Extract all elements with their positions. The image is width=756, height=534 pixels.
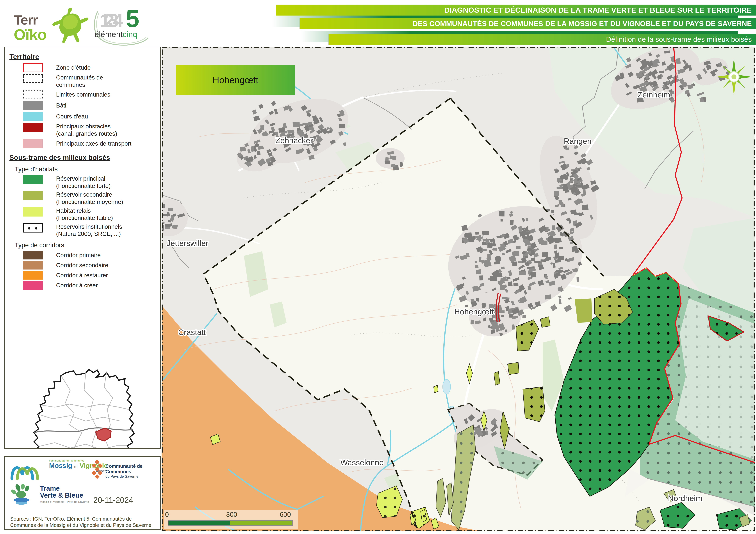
mossig-vignoble-logo-icon	[10, 460, 46, 480]
territory-outline	[34, 369, 134, 449]
legend-label2: (Natura 2000, SRCE, ...)	[56, 230, 122, 238]
mossig-word: Mossig	[49, 462, 72, 469]
legend-item-zone-etude: Zone d'étude	[23, 63, 160, 72]
legend-label: Principaux axes de transport	[56, 140, 131, 147]
legend-label: Principaux obstacles	[56, 123, 117, 130]
label-crastatt: Crastatt	[178, 328, 206, 337]
frog-icon	[50, 6, 90, 44]
banner2-text: DES COMMUNAUTÉS DE COMMUNES DE LA MOSSIG…	[300, 18, 756, 29]
legend-item-reservoir-principal: Réservoir principal(Fonctionnalité forte…	[23, 175, 160, 190]
banner1-text: DIAGNOSTIC ET DÉCLINAISON DE LA TRAME VE…	[276, 5, 756, 15]
legend-habitats-title: Type d'habitats	[15, 165, 160, 173]
label-hohengoeft: Hohengœft	[454, 307, 494, 316]
terroiko-terr-text: Terr	[14, 12, 38, 28]
tvb-line2: Verte & Bleue	[40, 492, 89, 499]
sources-note: Sources : IGN, TerrOïko, Elément 5, Comm…	[10, 516, 155, 528]
saverne-line2: du Pays de Saverne	[105, 474, 160, 479]
label-jetterswiller: Jetterswiller	[167, 239, 208, 247]
reservoir-secondaire-swatch	[23, 191, 43, 200]
terroiko-oiko-text: Oïko	[14, 26, 46, 43]
legend-item-corridor-primaire: Corridor primaire	[23, 251, 160, 260]
trame-verte-bleue-logo-text: Trame Verte & Bleue Mossig et Vignoble -…	[40, 485, 89, 503]
title-banner-3: Définition de la sous-trame des milieux …	[329, 34, 756, 45]
legend-label: Bâti	[56, 102, 66, 109]
label-zeinheim: Zeinheim	[637, 90, 670, 99]
pays-de-saverne-logo-text: Communauté de Communes du Pays de Savern…	[105, 464, 160, 479]
legend-item-corridor-restaurer: Corridor à restaurer	[23, 271, 160, 280]
legend-item-bati: Bâti	[23, 101, 160, 110]
corridor-primaire-swatch	[23, 251, 43, 260]
limites-swatch	[23, 90, 43, 99]
scale-300: 300	[226, 511, 237, 518]
legend-panel: Territoire Zone d'étude Communautés deco…	[4, 47, 161, 449]
axes-swatch	[23, 139, 43, 148]
legend-label2: communes	[56, 81, 103, 89]
overview-inset-map	[28, 367, 144, 449]
habitat-relais-swatch	[23, 207, 43, 216]
legend-corridors-title: Type de corridors	[15, 242, 160, 249]
reservoir-principal-swatch	[23, 175, 43, 184]
saverne-line1: Communauté de Communes	[105, 464, 160, 474]
element-word: élément	[94, 30, 123, 39]
corridor-restaurer-swatch	[23, 271, 43, 280]
element-cinq-digits: 1234	[100, 10, 117, 31]
legend-item-limites: Limites communales	[23, 90, 160, 99]
tvb-line1: Trame	[40, 485, 89, 492]
legend-label2: (Fonctionnalité forte)	[56, 182, 111, 190]
legend-label: Corridor secondaire	[56, 262, 108, 269]
trame-verte-bleue-logo-icon	[10, 484, 37, 507]
obstacles-swatch	[23, 123, 43, 132]
legend-soustrame-title: Sous-trame des milieux boisés	[10, 154, 160, 162]
label-wasselonne: Wasselonne	[340, 458, 384, 467]
element-cinq-logo: 1234 5 élémentcinq	[92, 8, 155, 45]
legend-label2: (Fonctionnalité moyenne)	[56, 198, 123, 206]
legend-item-corridor-creer: Corridor à créer	[23, 281, 160, 290]
reservoirs-institutionnels-swatch	[23, 223, 43, 233]
title-banner-2: DES COMMUNAUTÉS DE COMMUNES DE LA MOSSIG…	[300, 18, 756, 29]
label-zehnacker: Zehnacker	[275, 136, 313, 145]
legend-label: Habitat relais	[56, 207, 113, 215]
legend-label2: (Fonctionnalité faible)	[56, 214, 113, 221]
compass-rose-icon	[715, 58, 753, 96]
label-nordheim: Nordheim	[668, 494, 702, 503]
zone-etude-swatch	[23, 63, 43, 72]
legend-item-obstacles: Principaux obstacles(canal, grandes rout…	[23, 123, 160, 137]
element-cinq-swoosh-icon	[88, 8, 155, 48]
bati-swatch	[23, 101, 43, 110]
legend-label: Réservoir principal	[56, 175, 111, 182]
terroiko-logo: Terr Oïko	[12, 6, 92, 44]
cours-eau-swatch	[23, 112, 43, 121]
legend-item-reservoir-secondaire: Réservoir secondaire(Fonctionnalité moye…	[23, 191, 160, 205]
legend-label: Cours d'eau	[56, 113, 88, 120]
element-cinq-wordmark: élémentcinq	[94, 30, 137, 39]
legend-item-habitat-relais: Habitat relais(Fonctionnalité faible)	[23, 207, 160, 221]
cinq-word: cinq	[123, 30, 137, 39]
et-word: et	[74, 464, 78, 469]
map-date: 20-11-2024	[93, 496, 133, 505]
legend-label: Limites communales	[56, 91, 110, 98]
element-cinq-five: 5	[126, 5, 139, 33]
map-canvas: Zehnacker Zeinheim Rangen Jetterswiller …	[162, 47, 755, 531]
scale-bar-graphic	[168, 520, 293, 526]
communautes-swatch	[23, 74, 43, 83]
legend-label: Zone d'étude	[56, 64, 91, 71]
legend-label2: (canal, grandes routes)	[56, 130, 117, 137]
pays-de-saverne-logo-icon	[90, 460, 104, 479]
legend-item-reservoirs-institutionnels: Reservoirs institutionnels(Natura 2000, …	[23, 223, 160, 238]
banner3-text: Définition de la sous-trame des milieux …	[329, 34, 756, 45]
legend-item-corridor-secondaire: Corridor secondaire	[23, 261, 160, 269]
legend-label: Réservoir secondaire	[56, 191, 123, 198]
label-rangen: Rangen	[564, 137, 592, 145]
tvb-subtitle: Mossig et Vignoble - Pays de Saverne	[40, 500, 89, 503]
legend-label: Communautés de	[56, 74, 103, 81]
scale-0: 0	[165, 511, 169, 518]
legend-label: Reservoirs institutionnels	[56, 223, 122, 230]
credits-panel: communauté de communes Mossig et Vignobl…	[4, 456, 161, 530]
legend-label: Corridor à créer	[56, 282, 98, 289]
legend-label: Corridor à restaurer	[56, 272, 108, 279]
map-title-box: Hohengœft	[176, 65, 295, 95]
corridor-secondaire-swatch	[23, 261, 43, 269]
corridor-creer-swatch	[23, 281, 43, 290]
legend-item-cours-eau: Cours d'eau	[23, 112, 160, 121]
legend-item-axes: Principaux axes de transport	[23, 139, 160, 148]
